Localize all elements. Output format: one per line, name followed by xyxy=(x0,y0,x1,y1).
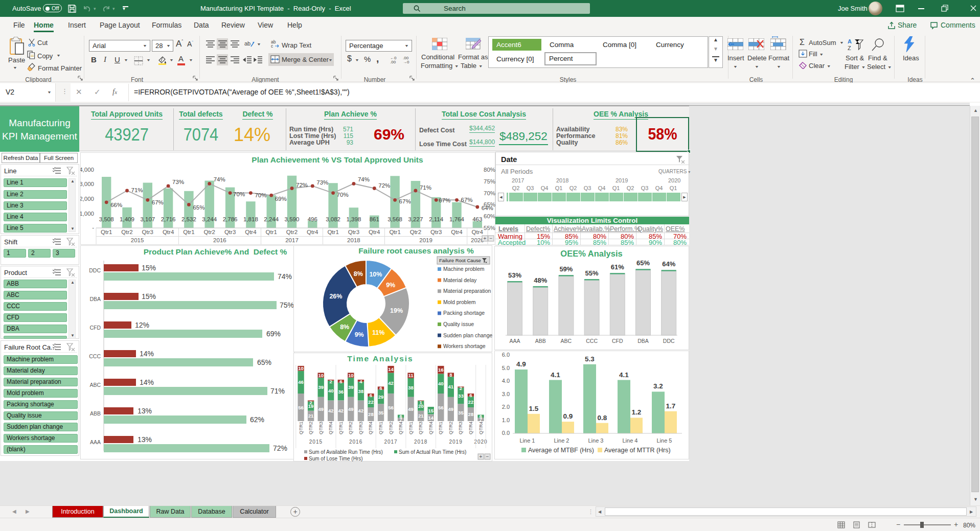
svg-text:74%: 74% xyxy=(214,176,225,182)
svg-text:4.0: 4.0 xyxy=(502,378,510,384)
svg-text:14%: 14% xyxy=(140,350,154,358)
svg-text:QTR1: QTR1 xyxy=(408,422,414,434)
svg-text:72%: 72% xyxy=(378,182,390,189)
svg-text:Qtr4: Qtr4 xyxy=(245,229,257,235)
svg-text:26%: 26% xyxy=(329,293,342,300)
svg-text:QTR4: QTR4 xyxy=(368,422,373,434)
svg-text:15: 15 xyxy=(428,408,434,413)
svg-text:Mold problem: Mold problem xyxy=(443,299,476,305)
svg-text:11: 11 xyxy=(408,373,414,378)
svg-text:4.1: 4.1 xyxy=(551,371,560,379)
svg-text:2,786: 2,786 xyxy=(223,216,238,222)
svg-text:49: 49 xyxy=(318,406,324,412)
svg-text:Qtr2: Qtr2 xyxy=(286,229,298,235)
svg-text:70%: 70% xyxy=(233,191,245,197)
svg-text:28: 28 xyxy=(368,411,374,417)
svg-text:1.5: 1.5 xyxy=(529,405,539,412)
svg-text:Failure root causes analysis %: Failure root causes analysis % xyxy=(358,246,474,255)
svg-text:.00: .00 xyxy=(390,60,396,64)
svg-text:36: 36 xyxy=(338,389,344,395)
svg-text:1: 1 xyxy=(420,400,423,405)
svg-text:2018: 2018 xyxy=(414,439,427,445)
svg-text:+: + xyxy=(484,236,487,241)
svg-text:-: - xyxy=(92,224,94,230)
svg-text:Material preparation: Material preparation xyxy=(443,288,491,294)
svg-text:463: 463 xyxy=(472,216,482,222)
svg-text:59%: 59% xyxy=(559,265,573,273)
svg-text:2: 2 xyxy=(330,379,332,384)
svg-text:22: 22 xyxy=(368,399,374,405)
svg-text:67%: 67% xyxy=(152,199,164,205)
svg-text:Qtr2: Qtr2 xyxy=(121,229,132,235)
svg-text:35: 35 xyxy=(378,410,384,415)
svg-text:13%: 13% xyxy=(138,435,152,444)
svg-text:QTR4: QTR4 xyxy=(328,422,333,434)
svg-text:62%: 62% xyxy=(250,415,264,424)
svg-text:80%: 80% xyxy=(484,167,495,173)
svg-text:Qtr3: Qtr3 xyxy=(430,229,442,235)
svg-text:Average of MTBF (Hrs): Average of MTBF (Hrs) xyxy=(528,447,594,454)
svg-text:3,568: 3,568 xyxy=(388,216,402,222)
svg-text:CFD: CFD xyxy=(612,338,623,344)
svg-text:CCC: CCC xyxy=(89,353,101,359)
svg-text:14: 14 xyxy=(388,366,394,372)
svg-text:21: 21 xyxy=(308,413,314,419)
svg-text:60%: 60% xyxy=(484,213,495,219)
svg-text:6: 6 xyxy=(469,393,472,398)
svg-text:1.7: 1.7 xyxy=(666,402,676,410)
svg-text:Line 3: Line 3 xyxy=(588,437,604,444)
svg-text:5.0: 5.0 xyxy=(502,365,510,371)
svg-text:6: 6 xyxy=(370,393,372,398)
svg-text:70%: 70% xyxy=(484,190,495,196)
svg-text:3,590: 3,590 xyxy=(285,216,300,222)
svg-text:64%: 64% xyxy=(662,260,675,268)
svg-text:6: 6 xyxy=(399,413,402,419)
svg-text:72%: 72% xyxy=(296,182,308,188)
svg-text:1,398: 1,398 xyxy=(347,216,361,222)
svg-text:ABC: ABC xyxy=(89,382,101,388)
svg-text:42: 42 xyxy=(358,408,364,413)
svg-text:0.8: 0.8 xyxy=(598,414,607,422)
svg-text:64%: 64% xyxy=(482,205,493,211)
svg-text:Time Analysis: Time Analysis xyxy=(347,354,413,363)
svg-text:61%: 61% xyxy=(611,263,624,271)
svg-text:Line 1: Line 1 xyxy=(520,437,535,444)
svg-text:3,244: 3,244 xyxy=(202,216,217,222)
svg-text:71%: 71% xyxy=(270,387,285,395)
svg-text:QTR2: QTR2 xyxy=(448,422,453,434)
svg-text:Line 4: Line 4 xyxy=(623,437,638,444)
svg-text:10%: 10% xyxy=(369,271,382,278)
svg-text:6: 6 xyxy=(480,413,482,419)
svg-text:19%: 19% xyxy=(390,307,403,314)
svg-text:22: 22 xyxy=(468,399,474,405)
svg-text:2017: 2017 xyxy=(285,237,299,243)
svg-text:ABB: ABB xyxy=(90,410,101,417)
svg-text:56: 56 xyxy=(298,405,304,410)
svg-text:2016: 2016 xyxy=(213,237,226,243)
svg-text:QTR4: QTR4 xyxy=(398,422,403,434)
svg-text:9%: 9% xyxy=(386,282,395,289)
svg-text:QTR2: QTR2 xyxy=(388,422,394,434)
svg-text:39: 39 xyxy=(318,384,324,390)
svg-text:67%: 67% xyxy=(461,197,473,203)
svg-text:DDC: DDC xyxy=(663,338,675,344)
svg-text:33: 33 xyxy=(458,393,464,399)
svg-text:15%: 15% xyxy=(142,264,156,272)
svg-text:49: 49 xyxy=(448,406,454,412)
svg-text:Sudden plan change: Sudden plan change xyxy=(443,332,492,338)
svg-text:Qtr4: Qtr4 xyxy=(163,229,174,235)
svg-text:2: 2 xyxy=(460,385,462,391)
svg-text:QTR1: QTR1 xyxy=(298,422,304,434)
svg-text:55%: 55% xyxy=(585,269,599,277)
svg-text:8: 8 xyxy=(449,372,452,378)
svg-text:49: 49 xyxy=(408,406,414,412)
svg-text:74%: 74% xyxy=(358,176,370,182)
svg-text:QTR2: QTR2 xyxy=(308,422,313,434)
svg-text:Line 5: Line 5 xyxy=(657,437,672,444)
svg-text:Qtr4: Qtr4 xyxy=(451,229,463,235)
svg-text:Line 2: Line 2 xyxy=(554,437,569,444)
svg-text:2018: 2018 xyxy=(347,237,360,243)
svg-text:2,114: 2,114 xyxy=(429,216,444,222)
svg-text:8%: 8% xyxy=(340,324,349,331)
svg-text:CFD: CFD xyxy=(89,325,101,331)
